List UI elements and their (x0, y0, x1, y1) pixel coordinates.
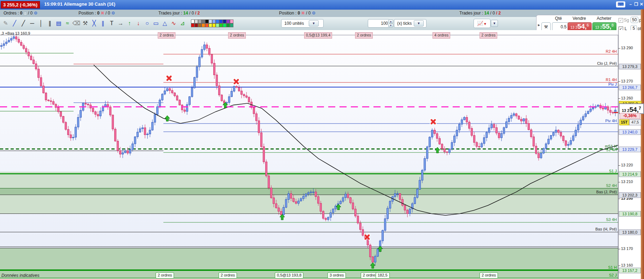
color-swatch[interactable] (202, 23, 205, 27)
arrow-down-icon[interactable]: ↓ (134, 19, 143, 28)
ellipse-icon[interactable]: ○ (143, 19, 151, 28)
candle (147, 134, 149, 135)
orders-cancel-icon[interactable]: ▫ (24, 12, 27, 16)
candle (204, 45, 205, 50)
candle (523, 119, 525, 121)
delete-drawing-icon[interactable]: ⌫ (72, 19, 81, 28)
color-swatch[interactable] (226, 23, 230, 27)
order-count-label[interactable]: 0,5@13 193,8 (275, 272, 303, 279)
candle (565, 141, 567, 146)
order-count-label[interactable]: 182,5 (376, 272, 390, 279)
color-swatch[interactable] (198, 19, 202, 23)
channel-icon[interactable]: ▤ (54, 19, 63, 28)
order-count-label[interactable]: 4 ordres (433, 32, 450, 39)
color-swatch[interactable] (216, 19, 219, 23)
zigzag-icon[interactable]: ∿ (169, 19, 178, 28)
rectangle-icon[interactable]: ▭ (152, 19, 160, 28)
position-close-icon[interactable]: ✖ (101, 11, 104, 16)
color-swatch[interactable] (230, 23, 233, 27)
chart-style-button[interactable]: 📈▼ (474, 19, 491, 28)
panel-collapse-icon[interactable]: ► (537, 23, 541, 27)
chart-style-arrow-icon[interactable]: ▼ (491, 20, 498, 27)
order-count-label[interactable]: 2 ordres (228, 32, 246, 39)
pattern-icon[interactable]: ⊿ (178, 19, 187, 28)
color-swatch[interactable] (209, 23, 212, 27)
trendline-icon[interactable]: ╱ (19, 19, 28, 28)
color-swatch[interactable] (223, 19, 226, 23)
close-button[interactable]: ✕ (638, 1, 644, 7)
position-gear-icon[interactable]: ⚙ (312, 11, 316, 16)
candle (77, 117, 79, 127)
vertical-line-icon[interactable]: │ (37, 19, 45, 28)
regression-icon[interactable]: ≈ (63, 19, 72, 28)
stop-points-input[interactable]: 50 (631, 17, 638, 23)
color-swatch[interactable] (202, 19, 205, 23)
color-swatch[interactable] (216, 23, 219, 27)
order-count-label[interactable]: 0,5@13 199,4 (304, 32, 332, 39)
position-close-icon[interactable]: ✖ (301, 11, 305, 16)
color-swatch[interactable] (219, 23, 223, 27)
candle (70, 135, 72, 138)
horizontal-line-icon[interactable]: ─ (28, 19, 36, 28)
text-tool-icon[interactable]: T (108, 19, 116, 28)
stop-checkbox-label: Sg (624, 18, 629, 23)
keyboard-icon[interactable]: ⌨ (616, 1, 625, 7)
candle (278, 208, 280, 211)
order-count-label[interactable]: 2 ordres (480, 32, 497, 39)
ticks-select-arrow-icon[interactable]: ▼ (414, 20, 424, 27)
candle (112, 115, 114, 129)
candle (28, 52, 30, 56)
order-count-label[interactable]: 2 ordres (355, 32, 373, 39)
color-swatch[interactable] (226, 19, 230, 23)
indicative-data-note: Données indicatives (1, 273, 39, 278)
orders-gear-icon[interactable]: ⚙ (34, 11, 38, 16)
price-chart[interactable] (0, 30, 644, 279)
color-swatch[interactable] (191, 19, 195, 23)
tick-count-input[interactable]: 100 (368, 19, 390, 28)
chart-area[interactable] (0, 30, 644, 279)
stop-checkbox[interactable]: ✓ (619, 18, 623, 23)
fork-icon[interactable]: ∥ (99, 19, 107, 28)
position-gear-icon[interactable]: ⚙ (111, 11, 115, 16)
color-swatch[interactable] (223, 23, 226, 27)
segment-icon[interactable]: ╳ (90, 19, 98, 28)
order-count-label[interactable]: 2 ordres (219, 272, 237, 279)
order-count-label[interactable]: 2 ordres (158, 32, 175, 39)
color-swatch[interactable] (212, 19, 216, 23)
window-edge-scrollbar[interactable] (641, 9, 644, 279)
ruler-icon[interactable]: ✎ (1, 19, 10, 28)
candle (40, 78, 42, 86)
candle (238, 87, 240, 91)
order-count-label[interactable]: 3 ordres (327, 272, 346, 279)
color-swatch[interactable] (205, 19, 209, 23)
candle (295, 201, 297, 203)
candle (149, 130, 151, 134)
order-count-label[interactable]: 2 ordres (156, 272, 174, 279)
parallel-lines-icon[interactable]: ∥ (46, 19, 54, 28)
spin-up-icon[interactable]: ▲ (388, 19, 393, 23)
units-select-arrow-icon[interactable]: ▼ (309, 20, 319, 27)
tools-icon[interactable]: ⚒ (81, 19, 89, 28)
color-swatch[interactable] (209, 19, 212, 23)
spin-down-icon[interactable]: ▼ (388, 23, 393, 27)
color-swatch[interactable] (230, 19, 233, 23)
color-swatch[interactable] (198, 23, 202, 27)
color-swatch[interactable] (219, 19, 223, 23)
level-line-label: Bas (J, Pré) (596, 190, 617, 194)
small-trendline-icon[interactable]: ╱ (10, 19, 19, 28)
arrow-right-icon[interactable]: → (116, 19, 125, 28)
arrow-up-icon[interactable]: ↑ (125, 19, 134, 28)
sell-label: Vendre (568, 16, 591, 21)
window-title: 15:09:01 Allemagne 30 Cash (1€) (44, 1, 115, 7)
order-count-label[interactable]: 2 ordres (480, 272, 498, 279)
color-swatch[interactable] (195, 19, 198, 23)
triangle-icon[interactable]: △ (161, 19, 169, 28)
shaded-zone (0, 195, 618, 213)
candle (501, 133, 503, 138)
candle (300, 199, 302, 201)
color-swatch[interactable] (191, 23, 195, 27)
color-swatch[interactable] (205, 23, 209, 27)
candle (521, 119, 522, 121)
color-swatch[interactable] (195, 23, 198, 27)
color-swatch[interactable] (212, 23, 216, 27)
